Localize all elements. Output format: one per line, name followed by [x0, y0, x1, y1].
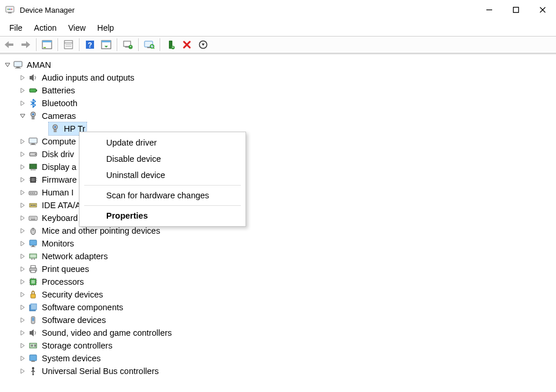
forward-button[interactable]	[19, 38, 33, 52]
help-button[interactable]: ?	[83, 38, 97, 52]
context-menu: Update driver Disable device Uninstall d…	[79, 132, 246, 227]
category-label: Bluetooth	[42, 97, 77, 110]
category-label: Software devices	[42, 314, 106, 326]
properties-button[interactable]	[62, 38, 75, 52]
menu-help[interactable]: Help	[92, 21, 120, 35]
svg-rect-79	[34, 258, 35, 260]
category-bluetooth[interactable]: Bluetooth	[1, 97, 555, 110]
chevron-right-icon[interactable]	[19, 137, 27, 146]
category-security[interactable]: Security devices	[1, 288, 555, 301]
category-software-components[interactable]: Software components	[1, 301, 555, 314]
chevron-right-icon[interactable]	[19, 214, 27, 222]
svg-rect-87	[36, 280, 37, 281]
menu-properties[interactable]: Properties	[80, 208, 245, 224]
chevron-right-icon[interactable]	[19, 188, 27, 197]
svg-rect-32	[14, 61, 22, 67]
minimize-button[interactable]	[476, 0, 503, 20]
category-processors[interactable]: Processors	[1, 275, 555, 288]
category-label: Storage controllers	[42, 339, 113, 352]
category-monitors[interactable]: Monitors	[1, 237, 555, 250]
disable-device-button[interactable]	[196, 38, 210, 52]
back-button[interactable]	[2, 38, 16, 52]
svg-rect-84	[31, 280, 35, 284]
chevron-right-icon[interactable]	[19, 367, 27, 375]
category-label: Audio inputs and outputs	[42, 71, 135, 84]
chevron-right-icon[interactable]	[19, 74, 27, 82]
show-hide-console-button[interactable]	[40, 38, 54, 52]
chevron-right-icon[interactable]	[19, 163, 27, 171]
chevron-right-icon[interactable]	[19, 86, 27, 95]
chevron-down-icon[interactable]	[3, 61, 12, 69]
svg-text:?: ?	[88, 41, 92, 49]
chevron-right-icon[interactable]	[19, 252, 27, 260]
svg-rect-70	[35, 217, 36, 219]
software-device-icon	[28, 315, 38, 325]
tree-root[interactable]: AMAN	[1, 59, 555, 71]
svg-point-41	[54, 126, 56, 128]
svg-rect-91	[31, 285, 32, 286]
svg-rect-43	[29, 138, 37, 143]
chevron-right-icon[interactable]	[19, 99, 27, 107]
chevron-right-icon[interactable]	[19, 354, 27, 362]
maximize-button[interactable]	[503, 0, 529, 20]
chevron-right-icon[interactable]	[19, 265, 27, 273]
svg-rect-78	[31, 258, 33, 260]
chevron-right-icon[interactable]	[19, 227, 27, 235]
app-icon	[5, 5, 15, 15]
chevron-right-icon[interactable]	[19, 201, 27, 209]
category-label: Software components	[42, 301, 123, 314]
svg-line-28	[153, 48, 154, 49]
scan-hardware-button[interactable]	[142, 38, 156, 52]
menu-view[interactable]: View	[62, 21, 91, 35]
category-label: Batteries	[42, 84, 75, 97]
category-network[interactable]: Network adapters	[1, 250, 555, 263]
disk-icon	[28, 149, 38, 159]
category-audio[interactable]: Audio inputs and outputs	[1, 71, 555, 84]
chevron-right-icon[interactable]	[19, 150, 27, 158]
category-storage[interactable]: Storage controllers	[1, 339, 555, 352]
svg-rect-35	[30, 89, 36, 92]
menu-scan-hardware[interactable]: Scan for hardware changes	[80, 187, 245, 204]
chevron-right-icon[interactable]	[19, 342, 27, 350]
menu-action[interactable]: Action	[28, 21, 63, 35]
svg-rect-23	[125, 46, 129, 48]
svg-rect-95	[31, 304, 37, 310]
category-label: Network adapters	[42, 250, 108, 263]
chevron-right-icon[interactable]	[19, 316, 27, 324]
category-label: System devices	[42, 352, 101, 365]
chevron-right-icon[interactable]	[19, 239, 27, 248]
svg-rect-100	[34, 344, 36, 347]
category-usb[interactable]: Universal Serial Bus controllers	[1, 365, 555, 378]
uninstall-device-button[interactable]	[180, 38, 194, 52]
update-driver-button[interactable]	[121, 38, 135, 52]
root-label: AMAN	[27, 59, 51, 71]
chevron-right-icon[interactable]	[19, 176, 27, 184]
svg-rect-10	[21, 43, 26, 46]
category-batteries[interactable]: Batteries	[1, 84, 555, 97]
security-icon	[28, 289, 38, 300]
chevron-right-icon[interactable]	[19, 329, 27, 337]
chevron-right-icon[interactable]	[19, 278, 27, 286]
chevron-right-icon[interactable]	[19, 291, 27, 299]
category-label: Firmware	[42, 173, 77, 186]
category-print[interactable]: Print queues	[1, 263, 555, 275]
menu-file[interactable]: File	[3, 21, 28, 35]
category-software-devices[interactable]: Software devices	[1, 314, 555, 326]
menu-uninstall-device[interactable]: Uninstall device	[80, 167, 245, 183]
chevron-right-icon[interactable]	[19, 303, 27, 311]
category-label: Security devices	[42, 288, 103, 301]
enable-device-button[interactable]	[164, 38, 178, 52]
category-sound[interactable]: Sound, video and game controllers	[1, 326, 555, 339]
toolbar-separator	[36, 38, 37, 51]
svg-rect-76	[31, 246, 35, 247]
category-system[interactable]: System devices	[1, 352, 555, 365]
menu-update-driver[interactable]: Update driver	[80, 135, 245, 151]
svg-rect-54	[29, 178, 30, 179]
camera-icon	[50, 124, 60, 134]
refresh-button[interactable]	[99, 38, 113, 52]
category-cameras[interactable]: Cameras	[1, 110, 555, 122]
close-button[interactable]	[529, 0, 556, 20]
menu-disable-device[interactable]: Disable device	[80, 151, 245, 167]
svg-rect-65	[34, 205, 35, 206]
chevron-down-icon[interactable]	[19, 112, 27, 120]
